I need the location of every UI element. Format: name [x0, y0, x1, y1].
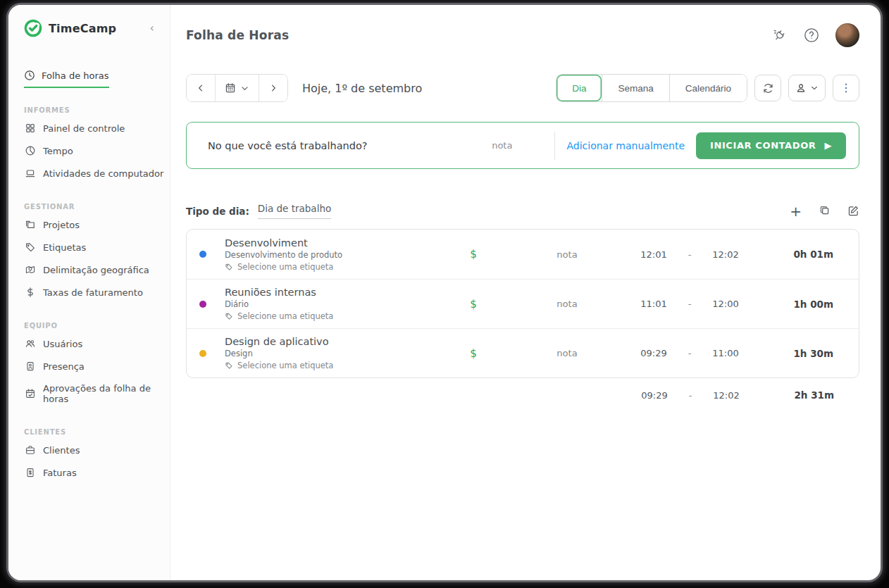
user-avatar[interactable]: [835, 23, 859, 47]
entry-end-time[interactable]: 12:00: [702, 299, 749, 309]
total-duration: 2h 31m: [750, 389, 834, 401]
copy-icon[interactable]: [819, 205, 831, 217]
add-entry-icon[interactable]: +: [790, 204, 802, 218]
day-type-select[interactable]: Dia de trabalho: [258, 203, 331, 219]
calendar-icon: [225, 82, 236, 94]
start-timer-button[interactable]: INICIAR CONTADOR ▶: [696, 132, 846, 159]
dashboard-icon: [24, 123, 36, 134]
sidebar-item-aprovacoes[interactable]: Aprovações da folha de horas: [24, 377, 170, 410]
chevron-down-icon: [240, 84, 249, 93]
sidebar-item-folha-de-horas[interactable]: Folha de horas: [24, 70, 109, 88]
view-tab-dia[interactable]: Dia: [557, 75, 602, 101]
view-tab-calendario[interactable]: Calendário: [669, 75, 747, 101]
time-entries-table: Desenvolviment Desenvolvimento de produt…: [186, 229, 859, 378]
prev-day-button[interactable]: [187, 75, 215, 101]
sidebar-section-informes: INFORMES: [24, 106, 170, 114]
table-row[interactable]: Reuniões internas Diário Selecione uma e…: [187, 279, 859, 328]
sidebar-item-painel-de-controle[interactable]: Painel de controle: [24, 117, 170, 139]
person-icon: [795, 82, 807, 94]
sidebar-item-taxas[interactable]: Taxas de faturamento: [24, 281, 170, 304]
entry-note[interactable]: nota: [504, 348, 630, 358]
sidebar-item-label: Etiquetas: [43, 242, 86, 253]
sidebar-section-gestionar: GESTIONAR: [24, 203, 170, 211]
billable-icon[interactable]: $: [443, 347, 504, 360]
current-date-label: Hoje, 1º de setembro: [302, 82, 422, 95]
entry-task-name[interactable]: Design de aplicativo: [225, 336, 443, 347]
table-row[interactable]: Desenvolviment Desenvolvimento de produt…: [187, 230, 859, 279]
note-field[interactable]: nota: [492, 140, 512, 151]
tag-icon: [225, 312, 233, 320]
entry-duration[interactable]: 1h 30m: [749, 348, 833, 359]
pie-chart-icon: [24, 145, 36, 156]
day-type-label: Tipo de dia:: [186, 206, 249, 217]
tag-icon: [225, 263, 233, 271]
sidebar-item-label: Usuários: [43, 339, 82, 349]
calendar-picker-button[interactable]: [215, 75, 259, 101]
main-content: Folha de Horas: [170, 5, 881, 580]
topbar: Folha de Horas: [186, 5, 859, 47]
sidebar-item-etiquetas[interactable]: Etiquetas: [24, 236, 170, 258]
daily-total-row: 09:29 - 12:02 2h 31m: [186, 378, 859, 412]
next-day-button[interactable]: [259, 75, 287, 101]
entry-tag-picker[interactable]: Selecione uma etiqueta: [225, 311, 443, 321]
entry-duration[interactable]: 1h 00m: [749, 299, 833, 310]
entry-note[interactable]: nota: [504, 299, 630, 309]
entry-start-time[interactable]: 11:01: [630, 299, 677, 309]
sidebar-item-tempo[interactable]: Tempo: [24, 139, 170, 162]
entry-task-name[interactable]: Reuniões internas: [225, 287, 443, 298]
tag-icon: [225, 361, 233, 370]
entry-start-time[interactable]: 09:29: [630, 348, 677, 358]
app-window: TimeCamp ‹ Folha de horas INFORMES Paine…: [8, 5, 881, 580]
entry-end-time[interactable]: 11:00: [702, 348, 749, 358]
entry-project-name[interactable]: Design: [225, 349, 443, 358]
integrations-plug-icon[interactable]: [772, 27, 788, 43]
task-input[interactable]: [208, 140, 492, 151]
invoice-icon: [24, 467, 36, 478]
billable-icon[interactable]: $: [443, 298, 504, 311]
divider: [554, 132, 555, 160]
dollar-icon: [24, 287, 36, 298]
project-color-dot: [199, 301, 206, 308]
brand: TimeCamp ‹: [24, 19, 170, 37]
time-range-dash: -: [678, 390, 703, 401]
sidebar-item-presenca[interactable]: Presença: [24, 355, 170, 377]
entry-tag-picker[interactable]: Selecione uma etiqueta: [225, 262, 443, 272]
sidebar-item-delimitacao[interactable]: Delimitação geográfica: [24, 258, 170, 281]
people-filter-button[interactable]: [788, 75, 826, 101]
time-range-dash: -: [677, 348, 702, 358]
total-end-time: 12:02: [703, 390, 750, 401]
entry-tag-picker[interactable]: Selecione uma etiqueta: [225, 361, 443, 370]
sidebar-item-label: Presença: [43, 361, 85, 372]
entry-duration[interactable]: 0h 01m: [749, 249, 833, 260]
sidebar-item-projetos[interactable]: Projetos: [24, 213, 170, 236]
entry-project-name[interactable]: Desenvolvimento de produto: [225, 250, 443, 260]
sidebar-item-faturas[interactable]: Faturas: [24, 461, 170, 484]
entry-project-name[interactable]: Diário: [225, 299, 443, 309]
sidebar-item-usuarios[interactable]: Usuários: [24, 332, 170, 355]
sidebar-item-label: Tempo: [43, 146, 73, 156]
sidebar-item-clientes[interactable]: Clientes: [24, 439, 170, 461]
sidebar: TimeCamp ‹ Folha de horas INFORMES Paine…: [8, 5, 170, 580]
billable-icon[interactable]: $: [443, 248, 504, 261]
more-options-button[interactable]: ⋮: [833, 75, 859, 101]
entry-end-time[interactable]: 12:02: [702, 249, 749, 260]
edit-icon[interactable]: [847, 205, 859, 217]
view-tab-semana[interactable]: Semana: [602, 75, 669, 101]
entry-task-name[interactable]: Desenvolviment: [225, 237, 443, 249]
start-timer-label: INICIAR CONTADOR: [710, 140, 816, 151]
refresh-button[interactable]: [754, 75, 781, 101]
sidebar-section-clientes: CLIENTES: [24, 428, 170, 436]
sidebar-item-atividades[interactable]: Atividades de computador: [24, 162, 170, 184]
add-manually-link[interactable]: Adicionar manualmente: [566, 140, 685, 151]
timecamp-logo-icon: [24, 19, 42, 37]
brand-name: TimeCamp: [49, 22, 116, 35]
entry-start-time[interactable]: 12:01: [630, 249, 677, 260]
play-icon: ▶: [824, 140, 832, 151]
sidebar-collapse-icon[interactable]: ‹: [147, 21, 157, 35]
table-row[interactable]: Design de aplicativo Design Selecione um…: [187, 328, 859, 377]
users-icon: [24, 338, 36, 349]
laptop-icon: [24, 168, 36, 179]
help-icon[interactable]: [803, 27, 820, 44]
attendance-icon: [24, 361, 36, 372]
entry-note[interactable]: nota: [504, 249, 630, 260]
